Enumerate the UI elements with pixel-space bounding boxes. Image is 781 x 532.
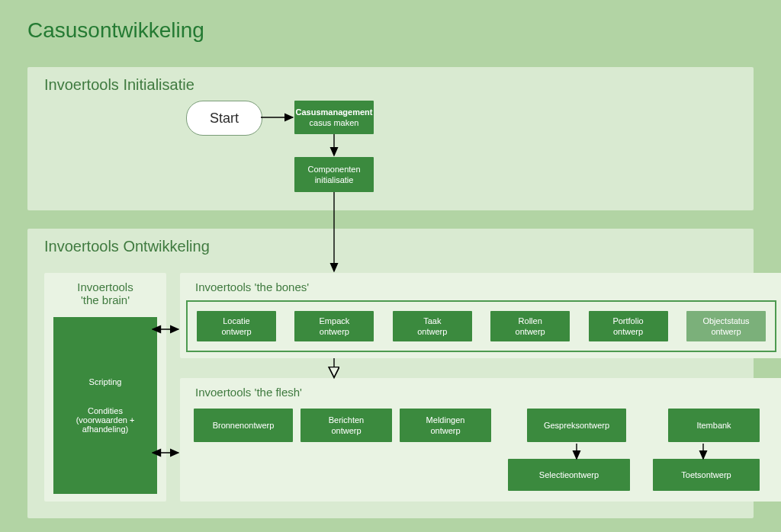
bones-node-1: Empackontwerp <box>294 311 374 341</box>
subpanel-bones: Invoertools 'the bones' LocatieontwerpEm… <box>180 273 781 358</box>
bones-node-3: Rollenontwerp <box>490 311 570 341</box>
bones-node-0: Locatieontwerp <box>197 311 276 341</box>
flesh-node2-1: Toetsontwerp <box>653 459 760 491</box>
brain-block: Scripting Condities (voorwaarden + afhan… <box>53 317 157 494</box>
bones-node-5: Objectstatusontwerp <box>686 311 766 341</box>
flesh-node-1-l2: ontwerp <box>331 425 361 436</box>
brain-scripting: Scripting <box>89 377 122 386</box>
bones-node-3-l2: ontwerp <box>516 326 545 337</box>
bones-title: Invoertools 'the bones' <box>180 273 781 293</box>
casusmgmt-l2: casus maken <box>310 117 359 128</box>
start-node: Start <box>186 101 262 136</box>
bones-node-4: Portfolioontwerp <box>589 311 668 341</box>
brain-cond-l2: (voorwaarden + <box>76 415 135 425</box>
flesh-node-0: Bronnenontwerp <box>194 409 293 442</box>
flesh-node-2-l1: Meldingen <box>426 415 465 425</box>
flesh-node-4-l1: Itembank <box>696 420 731 431</box>
flesh-node-4: Itembank <box>668 409 760 442</box>
flesh-node-3: Gespreksontwerp <box>527 409 626 442</box>
bones-node-0-l1: Locatie <box>223 316 249 326</box>
flesh-node-0-l1: Bronnenontwerp <box>213 420 275 431</box>
bones-node-5-l1: Objectstatus <box>702 316 749 326</box>
bones-node-0-l2: ontwerp <box>221 326 251 337</box>
flesh-node2-0: Selectieontwerp <box>508 459 630 491</box>
panel-dev-title: Invoertools Ontwikkeling <box>44 238 210 255</box>
brain-title-l2: 'the brain' <box>81 293 130 306</box>
bones-node-4-l1: Portfolio <box>612 316 643 326</box>
flesh-node-2-l2: ontwerp <box>430 425 460 436</box>
brain-title: Invoertools 'the brain' <box>44 273 166 314</box>
bones-node-1-l2: ontwerp <box>320 326 349 337</box>
bones-node-4-l2: ontwerp <box>613 326 643 337</box>
flesh-node-3-l1: Gespreksontwerp <box>544 420 609 431</box>
componenten-l2: initialisatie <box>315 175 354 185</box>
node-componenten: Componenten initialisatie <box>294 157 374 192</box>
flesh-node-2: Meldingenontwerp <box>400 409 491 442</box>
bones-node-1-l1: Empack <box>320 316 350 326</box>
bones-row: LocatieontwerpEmpackontwerpTaakontwerpRo… <box>186 300 776 352</box>
flesh-node2-1-l1: Toetsontwerp <box>681 470 731 480</box>
brain-cond-l3: afhandeling) <box>82 425 129 434</box>
subpanel-flesh: Invoertools 'the flesh' BronnenontwerpBe… <box>180 378 781 502</box>
bones-node-2-l1: Taak <box>423 316 441 326</box>
bones-node-2-l2: ontwerp <box>417 326 447 337</box>
bones-node-2: Taakontwerp <box>393 311 472 341</box>
subpanel-brain: Invoertools 'the brain' Scripting Condit… <box>44 273 166 502</box>
panel-init-title: Invoertools Initialisatie <box>44 76 194 94</box>
flesh-row1: BronnenontwerpBerichtenontwerpMeldingeno… <box>180 378 781 502</box>
flesh-node2-0-l1: Selectieontwerp <box>539 470 599 480</box>
brain-title-l1: Invoertools <box>77 280 133 293</box>
bones-node-5-l2: ontwerp <box>711 326 741 337</box>
flesh-node-1-l1: Berichten <box>329 415 364 425</box>
casusmgmt-l1: Casusmanagement <box>296 107 373 117</box>
panel-initialisatie: Invoertools Initialisatie <box>27 67 754 210</box>
panel-ontwikkeling: Invoertools Ontwikkeling Invoertools 'th… <box>27 229 754 518</box>
start-label: Start <box>210 111 239 127</box>
brain-condities: Condities (voorwaarden + afhandeling) <box>76 406 135 434</box>
node-casusmanagement: Casusmanagement casus maken <box>294 101 374 134</box>
componenten-l1: Componenten <box>307 164 360 175</box>
flesh-node-1: Berichtenontwerp <box>301 409 392 442</box>
page-title: Casusontwikkeling <box>27 18 204 43</box>
bones-node-3-l1: Rollen <box>519 316 542 326</box>
brain-cond-l1: Condities <box>88 406 123 415</box>
